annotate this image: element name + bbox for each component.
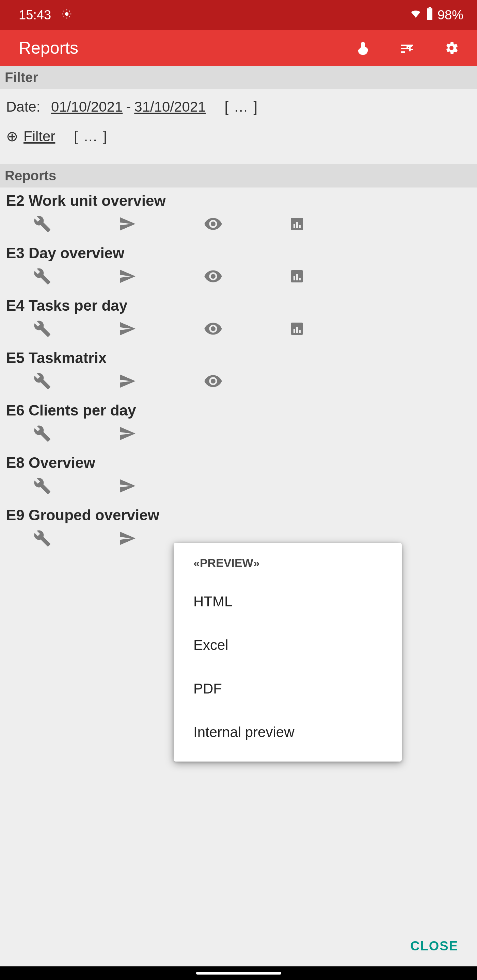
touch-mode-button[interactable] [354, 40, 372, 56]
send-button[interactable] [118, 315, 204, 343]
report-title: E4 Tasks per day [6, 294, 471, 315]
reports-list: E2 Work unit overviewE3 Day overviewE4 T… [0, 188, 477, 558]
wrench-icon [34, 372, 51, 391]
app-bar: Reports [0, 30, 477, 66]
report-title: E8 Overview [6, 452, 471, 473]
send-button[interactable] [118, 211, 204, 239]
configure-button[interactable] [34, 525, 118, 553]
report-item: E8 Overview [6, 452, 471, 501]
filter-link[interactable]: Filter [24, 125, 55, 148]
close-button[interactable]: CLOSE [410, 939, 458, 953]
preview-button[interactable] [204, 211, 289, 239]
send-button[interactable] [118, 263, 204, 291]
brightness-icon [61, 8, 72, 22]
svg-rect-4 [294, 224, 295, 228]
date-to-link[interactable]: 31/10/2021 [134, 95, 206, 118]
report-item: E3 Day overview [6, 242, 471, 291]
wrench-icon [34, 320, 51, 339]
svg-rect-5 [296, 222, 298, 228]
eye-icon [204, 267, 223, 287]
report-title: E2 Work unit overview [6, 189, 471, 211]
svg-rect-12 [294, 329, 295, 333]
wrench-icon [34, 530, 51, 549]
svg-rect-13 [296, 327, 298, 333]
status-bar: 15:43 98% [0, 0, 477, 30]
svg-rect-8 [294, 276, 295, 280]
wrench-icon [34, 215, 51, 234]
configure-button[interactable] [34, 211, 118, 239]
send-icon [118, 425, 136, 444]
status-time: 15:43 [19, 8, 51, 22]
popup-header: «PREVIEW» [174, 550, 402, 580]
filter-more-button[interactable]: [ … ] [74, 125, 108, 148]
send-icon [118, 215, 136, 234]
popup-item-html[interactable]: HTML [174, 580, 402, 624]
bar-chart-icon [289, 321, 305, 338]
filter-section-header: Filter [0, 66, 477, 89]
settings-button[interactable] [443, 40, 460, 56]
eye-icon [204, 319, 223, 340]
eye-icon [204, 372, 223, 392]
battery-icon [426, 7, 434, 23]
send-icon [118, 530, 136, 549]
date-more-button[interactable]: [ … ] [225, 95, 258, 118]
add-filter-icon: ⊕ [6, 125, 18, 148]
popup-item-pdf[interactable]: PDF [174, 667, 402, 711]
wifi-icon [410, 8, 422, 23]
date-label: Date: [6, 95, 40, 118]
send-icon [118, 320, 136, 339]
report-title: E5 Taskmatrix [6, 347, 471, 368]
send-icon [118, 372, 136, 391]
report-item: E2 Work unit overview [6, 189, 471, 239]
configure-button[interactable] [34, 473, 118, 501]
svg-rect-14 [299, 330, 301, 333]
preview-button[interactable] [204, 263, 289, 291]
report-title: E9 Grouped overview [6, 504, 471, 525]
date-from-link[interactable]: 01/10/2021 [51, 95, 123, 118]
wrench-icon [34, 477, 51, 496]
reports-section-header: Reports [0, 164, 477, 188]
svg-rect-9 [296, 274, 298, 280]
send-button[interactable] [118, 473, 204, 501]
date-sep: - [126, 95, 131, 118]
tune-button[interactable] [399, 40, 416, 56]
report-item: E4 Tasks per day [6, 294, 471, 343]
navigation-bar [0, 966, 477, 980]
eye-icon [204, 215, 223, 235]
report-item: E6 Clients per day [6, 399, 471, 448]
nav-handle[interactable] [196, 972, 281, 975]
preview-button[interactable] [204, 368, 289, 396]
report-title: E3 Day overview [6, 242, 471, 263]
bar-chart-icon [289, 216, 305, 234]
configure-button[interactable] [34, 315, 118, 343]
wrench-icon [34, 267, 51, 286]
popup-item-excel[interactable]: Excel [174, 624, 402, 667]
svg-rect-1 [427, 8, 432, 20]
chart-button[interactable] [289, 211, 374, 239]
filter-area: Date: 01/10/2021 - 31/10/2021 [ … ] ⊕ Fi… [0, 89, 477, 164]
preview-button[interactable] [204, 315, 289, 343]
svg-rect-2 [429, 7, 431, 8]
bar-chart-icon [289, 268, 305, 286]
report-item: E5 Taskmatrix [6, 347, 471, 396]
send-icon [118, 477, 136, 496]
chart-button[interactable] [289, 315, 374, 343]
svg-point-0 [65, 12, 69, 16]
battery-percent: 98% [437, 8, 463, 22]
svg-rect-6 [299, 225, 301, 228]
popup-item-internal-preview[interactable]: Internal preview [174, 711, 402, 754]
configure-button[interactable] [34, 420, 118, 448]
page-title: Reports [19, 38, 354, 58]
report-title: E6 Clients per day [6, 399, 471, 420]
send-icon [118, 267, 136, 286]
chart-button[interactable] [289, 263, 374, 291]
send-button[interactable] [118, 368, 204, 396]
configure-button[interactable] [34, 368, 118, 396]
preview-popup: «PREVIEW» HTMLExcelPDFInternal preview [174, 543, 402, 762]
wrench-icon [34, 425, 51, 444]
configure-button[interactable] [34, 263, 118, 291]
svg-rect-10 [299, 278, 301, 280]
send-button[interactable] [118, 420, 204, 448]
